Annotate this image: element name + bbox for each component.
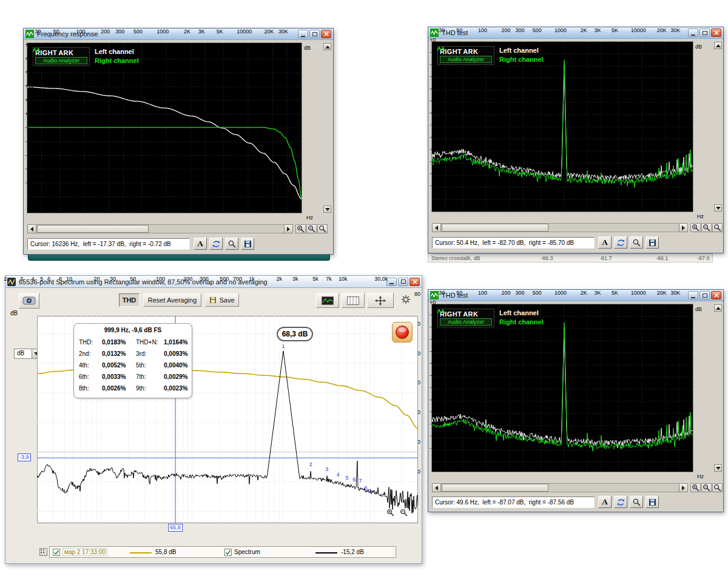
save-button[interactable]: Save [205,293,239,307]
scale-up-button[interactable] [714,42,722,49]
scale-up-button[interactable] [714,304,722,312]
refresh-button[interactable] [614,236,627,249]
axis-tick-label: 2K [581,290,587,296]
close-button[interactable] [321,30,331,38]
axis-tick-label: -110 [430,170,440,176]
refresh-icon [212,240,221,248]
settings-gear-icon[interactable] [401,295,411,307]
magnify-button[interactable] [225,238,238,250]
minimize-button[interactable] [688,28,698,37]
axis-tick-label: 30 [110,276,116,282]
scroll-right-button[interactable] [679,223,688,232]
pan-zoom-button[interactable] [367,293,394,308]
scroll-thumb[interactable] [442,224,548,232]
scroll-right-button[interactable] [679,483,688,492]
zoom-reset-button[interactable] [712,223,723,232]
scroll-left-button[interactable] [432,483,441,492]
axis-tick-label: -30 [430,73,437,79]
logo-subtext: Audio Analyzer [440,56,492,63]
zoom-in-button[interactable] [295,224,306,233]
axis-tick-label: 1000 [157,28,169,35]
zoom-in-button[interactable] [387,509,398,519]
magnifier-icon [633,498,641,506]
close-button[interactable] [711,28,721,37]
fr-plot-area[interactable]: RIGHTARK Audio Analyzer Left channel Rig… [27,43,302,213]
refresh-icon [616,498,625,506]
close-button[interactable] [410,278,420,286]
scale-down-button[interactable] [714,464,722,472]
axis-tick-label: 20K [657,290,667,296]
scroll-thumb[interactable] [37,225,149,233]
peak-value-callout: 68,3 dB [277,327,313,341]
save-button[interactable] [645,496,659,508]
axis-tick-label: 500 [133,28,143,35]
reset-averaging-button[interactable]: Reset Averaging [143,293,201,307]
axis-tick-label: -80 [430,396,437,403]
zoom-reset-button[interactable] [317,224,328,233]
trace1-label[interactable]: мар 2 17:33:00 [62,548,107,556]
refresh-button[interactable] [209,238,223,250]
magnify-button[interactable] [630,496,643,508]
maximize-button[interactable] [699,291,710,299]
scale-up-button[interactable] [323,43,331,50]
legend-options-icon[interactable] [39,548,47,556]
maximize-button[interactable] [309,30,320,38]
columns-icon [347,296,359,305]
trace2-color-sample [315,552,337,554]
scroll-thumb[interactable] [442,484,548,492]
minimize-button[interactable] [298,30,308,38]
display-view-button[interactable] [316,293,339,308]
axis-tick-label: 8 [59,276,62,282]
close-button[interactable] [711,291,721,299]
horizontal-scrollbar[interactable] [432,223,688,232]
window-title: 65536-point Spectrum using Rectangular w… [19,278,268,286]
zoom-out-button[interactable] [701,483,712,492]
scroll-left-button[interactable] [432,223,441,232]
thd-plot-area[interactable]: RIGHTARK Audio Analyzer Left channel Rig… [432,42,693,212]
save-button[interactable] [241,238,254,250]
zoom-out-button[interactable] [306,224,317,233]
trace2-label[interactable]: Spectrum [234,549,260,555]
scale-down-button[interactable] [714,204,722,212]
axis-tick-label: -30 [25,179,33,186]
trace1-value: 55,8 dB [155,549,176,555]
minimize-button[interactable] [386,278,397,286]
font-button[interactable]: A [598,496,612,508]
scale-down-button[interactable] [323,206,331,213]
axis-tick-label: -24 [25,166,33,172]
refresh-button[interactable] [614,496,627,508]
axis-tick-label: 3k [292,276,298,282]
maximize-button[interactable] [398,278,408,286]
font-button[interactable]: A [598,236,612,249]
save-button[interactable] [645,236,659,249]
bars-view-button[interactable] [342,293,365,308]
scroll-left-button[interactable] [27,224,36,233]
db-axis-unit: dB [695,306,702,312]
axis-tick-label: +12 [25,83,34,89]
maximize-button[interactable] [699,28,710,37]
rmaa-app-icon [430,28,439,38]
axis-tick-label: +0 [25,111,31,117]
minimize-button[interactable] [688,291,698,299]
zoom-in-button[interactable] [690,223,701,232]
horizontal-scrollbar[interactable] [27,224,293,233]
horizontal-scrollbar[interactable] [432,483,688,492]
capture-button[interactable] [19,293,39,309]
scroll-right-button[interactable] [284,224,293,233]
logo-text: ARK [463,310,478,318]
zoom-out-button[interactable] [701,223,712,232]
zoom-reset-button[interactable] [712,483,723,492]
logo-wave-icon [33,47,41,53]
thd-toggle-button[interactable]: THD [119,293,140,307]
font-button[interactable]: A [194,238,207,250]
row-value: -81.7 [599,255,612,261]
trace1-checkbox[interactable] [53,549,60,556]
axis-tick-label: 50 [53,28,59,35]
trace2-checkbox[interactable] [224,549,232,556]
zoom-in-button[interactable] [690,483,701,492]
zoom-out-button[interactable] [400,509,411,519]
record-button[interactable] [392,322,413,343]
magnify-button[interactable] [630,236,643,249]
thd-plot-area[interactable]: RIGHTARK Audio Analyzer Left channel Rig… [432,304,693,472]
axis-tick-label: 30K [670,290,680,296]
